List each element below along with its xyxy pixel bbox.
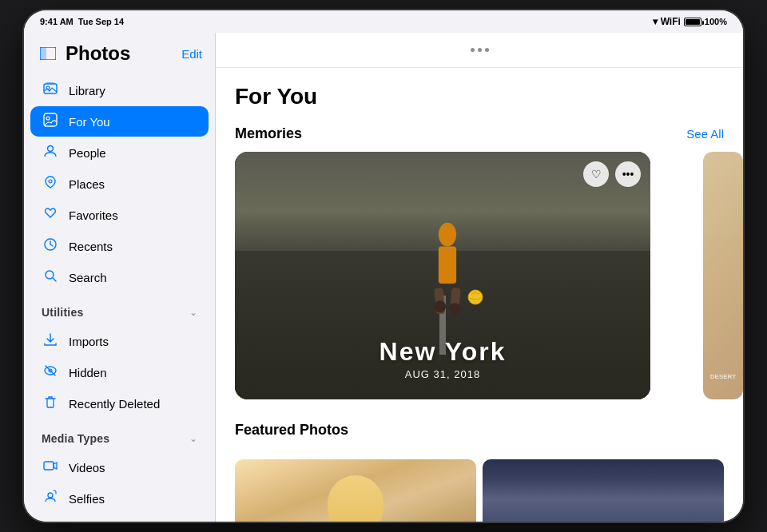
favorites-label: Favorites <box>69 208 118 222</box>
places-label: Places <box>69 177 105 191</box>
featured-section-header: Featured Photos <box>235 422 724 450</box>
imports-label: Imports <box>69 335 109 348</box>
svg-point-8 <box>49 180 52 183</box>
status-date: Tue Sep 14 <box>78 17 124 26</box>
sidebar-item-search[interactable]: Search <box>30 262 209 292</box>
battery-percentage: 100% <box>705 17 727 26</box>
featured-photo-2[interactable] <box>483 459 724 522</box>
sidebar-toggle-button[interactable] <box>37 42 59 65</box>
sidebar: Photos Edit Library <box>24 33 216 522</box>
memory-card[interactable]: ♡ ••• New York AUG 31, 2018 <box>235 152 650 399</box>
sidebar-item-recently-deleted[interactable]: Recently Deleted <box>30 388 209 419</box>
memory-city: New York <box>235 337 650 367</box>
videos-label: Videos <box>69 461 105 474</box>
imports-icon <box>42 332 59 350</box>
svg-point-22 <box>434 300 446 312</box>
featured-photo-1[interactable] <box>235 459 476 522</box>
favorites-icon <box>42 206 59 224</box>
media-types-section: Videos Selfies <box>24 448 215 522</box>
memory-card-peek: DESERT <box>703 152 743 399</box>
sidebar-item-selfies[interactable]: Selfies <box>30 483 209 514</box>
search-icon <box>42 268 59 286</box>
memories-section-header: Memories See All <box>235 125 724 142</box>
svg-point-6 <box>46 117 50 120</box>
utilities-section: Imports Hidden <box>24 322 215 423</box>
sidebar-item-for-you[interactable]: For You <box>30 106 209 137</box>
hidden-icon <box>42 363 59 381</box>
memory-overlay-icons: ♡ ••• <box>583 161 641 187</box>
main-scroll-area: For You Memories See All <box>216 68 743 522</box>
for-you-label: For You <box>69 115 110 129</box>
sidebar-item-videos[interactable]: Videos <box>30 452 209 482</box>
main-content: For You Memories See All <box>216 33 743 522</box>
memory-figure-icon <box>423 221 471 325</box>
library-icon <box>42 81 59 99</box>
see-all-button[interactable]: See All <box>686 127 724 141</box>
svg-point-10 <box>46 271 54 279</box>
memory-card-text: New York AUG 31, 2018 <box>235 337 650 380</box>
selfies-label: Selfies <box>69 492 105 506</box>
sidebar-header: Photos Edit <box>24 33 215 71</box>
svg-point-23 <box>449 303 461 315</box>
sidebar-item-library[interactable]: Library <box>30 75 209 105</box>
library-label: Library <box>69 84 105 97</box>
svg-rect-2 <box>44 84 57 93</box>
for-you-icon <box>42 113 59 130</box>
memories-row: ♡ ••• New York AUG 31, 2018 DESERT <box>235 152 724 399</box>
sidebar-item-hidden[interactable]: Hidden <box>30 357 209 387</box>
people-label: People <box>69 146 106 160</box>
ball-icon <box>467 289 483 305</box>
utilities-section-header[interactable]: Utilities ⌄ <box>24 296 215 322</box>
status-left: 9:41 AM Tue Sep 14 <box>40 17 124 26</box>
status-time: 9:41 AM <box>40 17 74 26</box>
sidebar-item-people[interactable]: People <box>30 137 209 168</box>
media-types-title: Media Types <box>42 432 109 445</box>
memories-title: Memories <box>235 125 302 142</box>
utilities-title: Utilities <box>42 306 83 319</box>
selfies-icon <box>42 490 59 507</box>
svg-point-24 <box>468 290 483 304</box>
sidebar-item-places[interactable]: Places <box>30 169 209 199</box>
status-bar: 9:41 AM Tue Sep 14 ▾ WiFi 100% <box>24 10 743 33</box>
wifi-icon: ▾ WiFi <box>653 16 681 27</box>
more-options-icon[interactable] <box>471 48 489 52</box>
page-title: For You <box>235 84 724 109</box>
svg-rect-0 <box>40 47 46 60</box>
recently-deleted-icon <box>42 395 59 412</box>
memory-more-button[interactable]: ••• <box>615 161 641 187</box>
utilities-chevron-icon: ⌄ <box>189 307 197 318</box>
sidebar-item-imports[interactable]: Imports <box>30 326 209 356</box>
recents-icon <box>42 237 59 255</box>
edit-button[interactable]: Edit <box>181 47 202 61</box>
search-label: Search <box>69 271 107 284</box>
recently-deleted-label: Recently Deleted <box>69 397 160 411</box>
svg-point-7 <box>48 146 54 152</box>
videos-icon <box>42 459 59 476</box>
people-icon <box>42 144 59 161</box>
memory-heart-button[interactable]: ♡ <box>583 161 609 187</box>
status-right: ▾ WiFi 100% <box>653 16 727 27</box>
sidebar-item-recents[interactable]: Recents <box>30 231 209 261</box>
featured-photos-grid <box>235 459 724 522</box>
recents-label: Recents <box>69 240 113 253</box>
svg-rect-13 <box>44 462 54 470</box>
svg-point-14 <box>48 493 53 498</box>
live-photos-icon <box>42 521 59 522</box>
top-bar <box>216 33 743 68</box>
featured-title: Featured Photos <box>235 422 348 439</box>
memory-date: AUG 31, 2018 <box>235 368 650 380</box>
media-types-chevron-icon: ⌄ <box>189 433 197 444</box>
sidebar-title: Photos <box>66 42 130 65</box>
hidden-label: Hidden <box>69 366 107 379</box>
svg-rect-19 <box>439 247 456 284</box>
sidebar-item-favorites[interactable]: Favorites <box>30 200 209 230</box>
main-nav-section: Library For You <box>24 71 215 296</box>
svg-rect-3 <box>46 82 54 84</box>
battery-icon <box>684 18 701 26</box>
svg-point-18 <box>439 223 456 247</box>
sidebar-item-live-photos[interactable]: Live Photos <box>30 514 209 522</box>
places-icon <box>42 175 59 193</box>
media-types-section-header[interactable]: Media Types ⌄ <box>24 423 215 448</box>
